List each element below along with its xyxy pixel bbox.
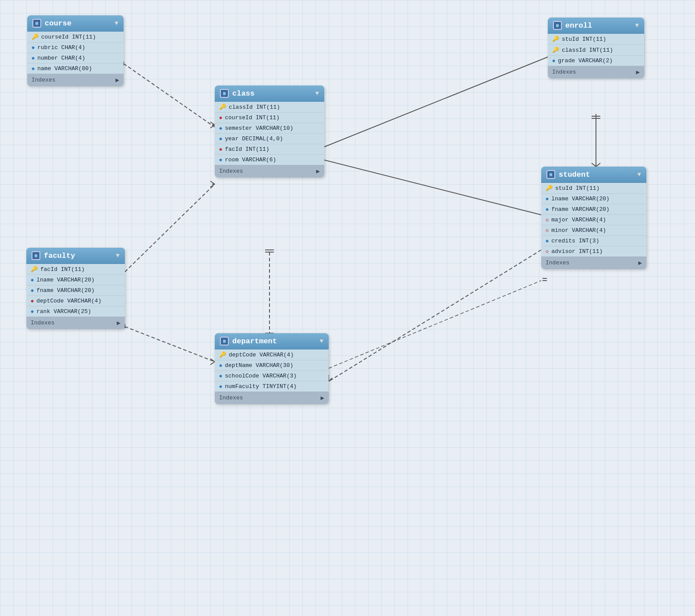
enroll-dropdown-icon[interactable]: ▼	[635, 22, 639, 29]
diamond-icon: ◆	[552, 57, 555, 64]
table-row: ◆ credits INT(3)	[541, 236, 646, 246]
field-text: deptCode VARCHAR(4)	[36, 298, 101, 304]
field-text: fname VARCHAR(20)	[551, 206, 610, 213]
table-row: 🔑 stuId INT(11)	[548, 34, 644, 45]
enroll-title: enroll	[565, 21, 632, 30]
student-table-icon: ▦	[546, 170, 555, 179]
field-text: classId INT(11)	[229, 104, 280, 110]
enroll-header: ▦ enroll ▼	[548, 18, 644, 34]
course-indexes[interactable]: Indexes ▶	[27, 74, 124, 86]
diamond-red-icon: ◆	[219, 146, 222, 153]
field-text: minor VARCHAR(4)	[551, 227, 606, 234]
svg-line-25	[125, 327, 215, 362]
svg-line-6	[324, 57, 548, 147]
field-text: lname VARCHAR(20)	[36, 277, 95, 283]
class-table-icon: ▦	[220, 89, 229, 98]
field-text: fname VARCHAR(20)	[36, 287, 95, 294]
svg-line-28	[210, 362, 215, 365]
table-row: ◇ advisor INT(11)	[541, 246, 646, 256]
table-row: ◆ semester VARCHAR(10)	[215, 123, 324, 134]
field-text: credits INT(3)	[551, 238, 599, 244]
key-red-icon: 🔑	[552, 46, 559, 53]
indexes-label: Indexes	[31, 320, 55, 326]
field-text: year DECIMAL(4,0)	[225, 135, 283, 142]
svg-line-15	[324, 160, 541, 215]
indexes-arrow-icon: ▶	[638, 259, 642, 267]
key-icon: 🔑	[546, 185, 553, 192]
diamond-icon: ◆	[546, 206, 549, 213]
svg-line-34	[329, 250, 541, 381]
indexes-label: Indexes	[219, 395, 243, 401]
diamond-icon: ◆	[546, 196, 549, 202]
faculty-title: faculty	[44, 252, 113, 260]
table-row: ◆ schoolCode VARCHAR(3)	[215, 371, 329, 381]
table-class: ▦ class ▼ 🔑 classId INT(11) ◆ courseId I…	[215, 85, 324, 178]
svg-line-23	[210, 184, 215, 187]
faculty-dropdown-icon[interactable]: ▼	[116, 252, 120, 259]
faculty-body: 🔑 facId INT(11) ◆ lname VARCHAR(20) ◆ fn…	[26, 264, 125, 317]
field-text: courseId INT(11)	[41, 34, 96, 40]
field-text: name VARCHAR(80)	[37, 65, 92, 72]
class-dropdown-icon[interactable]: ▼	[316, 90, 319, 97]
student-body: 🔑 stuId INT(11) ◆ lname VARCHAR(20) ◆ fn…	[541, 183, 646, 256]
enroll-body: 🔑 stuId INT(11) 🔑 classId INT(11) ◆ grad…	[548, 34, 644, 66]
table-row: ◆ lname VARCHAR(20)	[541, 194, 646, 204]
indexes-arrow-icon: ▶	[321, 394, 324, 402]
department-title: department	[232, 337, 316, 345]
table-row: ◆ fname VARCHAR(20)	[541, 204, 646, 215]
diamond-icon: ◆	[219, 373, 222, 379]
course-title: course	[45, 19, 111, 28]
field-text: stuId INT(11)	[562, 36, 606, 43]
field-text: classId INT(11)	[562, 47, 613, 53]
table-row: ◆ deptCode VARCHAR(4)	[26, 296, 125, 306]
diamond-icon: ◆	[219, 157, 222, 163]
faculty-header: ▦ faculty ▼	[26, 248, 125, 264]
table-faculty: ▦ faculty ▼ 🔑 facId INT(11) ◆ lname VARC…	[26, 248, 125, 329]
diamond-open-red-icon: ◇	[546, 217, 549, 223]
table-row: ◇ major VARCHAR(4)	[541, 215, 646, 225]
department-indexes[interactable]: Indexes ▶	[215, 392, 329, 404]
diamond-icon: ◆	[32, 55, 35, 61]
svg-line-3	[210, 122, 215, 125]
field-text: semester VARCHAR(10)	[225, 125, 293, 132]
key-red-icon: 🔑	[552, 36, 559, 43]
svg-line-0	[124, 64, 215, 127]
student-dropdown-icon[interactable]: ▼	[638, 171, 641, 178]
svg-line-35	[329, 378, 332, 381]
enroll-indexes[interactable]: Indexes ▶	[548, 66, 644, 78]
table-row: 🔑 classId INT(11)	[215, 102, 324, 113]
enroll-table-icon: ▦	[553, 21, 562, 30]
table-row: ◆ deptName VARCHAR(30)	[215, 360, 329, 371]
class-body: 🔑 classId INT(11) ◆ courseId INT(11) ◆ s…	[215, 102, 324, 165]
field-text: deptName VARCHAR(30)	[225, 362, 293, 369]
diamond-icon: ◆	[31, 277, 34, 283]
diamond-open-red-icon: ◇	[546, 248, 549, 255]
table-row: 🔑 courseId INT(11)	[27, 32, 124, 43]
field-text: rubric CHAR(4)	[37, 44, 85, 51]
svg-line-19	[125, 184, 215, 272]
table-row: ◇ minor VARCHAR(4)	[541, 225, 646, 236]
field-text: grade VARCHAR(2)	[558, 57, 613, 64]
student-indexes[interactable]: Indexes ▶	[541, 256, 646, 269]
table-row: 🔑 stuId INT(11)	[541, 183, 646, 194]
table-row: 🔑 classId INT(11)	[548, 45, 644, 56]
field-text: number CHAR(4)	[37, 55, 85, 61]
student-header: ▦ student ▼	[541, 167, 646, 183]
class-header: ▦ class ▼	[215, 85, 324, 102]
svg-line-4	[210, 125, 215, 128]
diamond-icon: ◆	[32, 65, 35, 72]
student-title: student	[559, 171, 634, 179]
diamond-icon: ◆	[219, 362, 222, 369]
table-row: ◆ numFaculty TINYINT(4)	[215, 381, 329, 392]
table-row: 🔑 deptCode VARCHAR(4)	[215, 349, 329, 360]
field-text: courseId INT(11)	[225, 114, 280, 121]
field-text: major VARCHAR(4)	[551, 217, 606, 223]
department-dropdown-icon[interactable]: ▼	[320, 338, 323, 345]
indexes-arrow-icon: ▶	[636, 68, 640, 76]
indexes-label: Indexes	[546, 260, 570, 266]
class-indexes[interactable]: Indexes ▶	[215, 165, 324, 178]
faculty-indexes[interactable]: Indexes ▶	[26, 317, 125, 329]
department-body: 🔑 deptCode VARCHAR(4) ◆ deptName VARCHAR…	[215, 349, 329, 392]
table-row: ◆ courseId INT(11)	[215, 113, 324, 123]
course-dropdown-icon[interactable]: ▼	[115, 20, 118, 27]
